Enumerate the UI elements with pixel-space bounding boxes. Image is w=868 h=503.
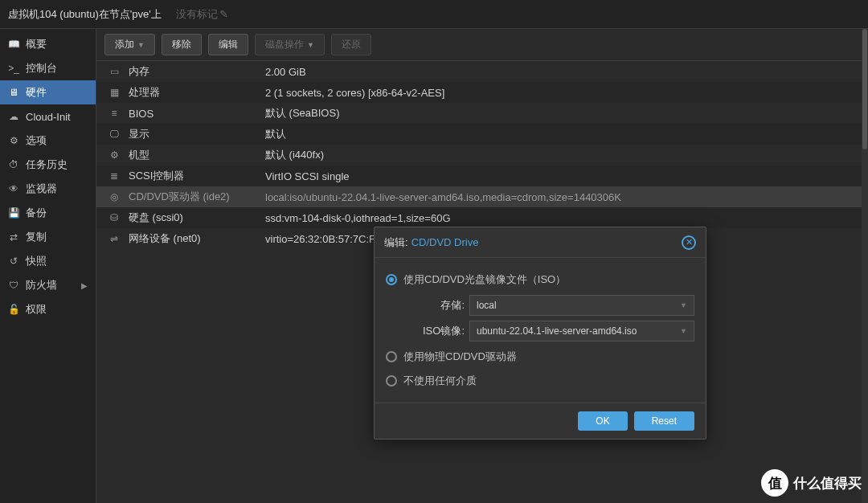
pencil-icon: ✎ [219, 8, 228, 20]
radio-use-physical[interactable]: 使用物理CD/DVD驱动器 [386, 345, 694, 369]
unlock-icon: 🔓 [8, 304, 19, 315]
cloud-icon: ☁ [8, 111, 19, 122]
hw-row-cpu[interactable]: ▦处理器2 (1 sockets, 2 cores) [x86-64-v2-AE… [96, 82, 868, 103]
shield-icon: 🛡 [8, 280, 19, 291]
sidebar-item-snapshot[interactable]: ↺快照 [0, 249, 96, 273]
sidebar-item-hardware[interactable]: 🖥硬件 [0, 80, 96, 104]
sidebar-item-summary[interactable]: 📖概要 [0, 32, 96, 56]
cog-icon: ⚙ [108, 149, 121, 161]
hdd-icon: ≣ [108, 170, 121, 182]
scrollbar[interactable] [862, 29, 868, 503]
radio-icon [386, 274, 397, 285]
radio-icon [386, 375, 397, 386]
hw-row-machine[interactable]: ⚙机型默认 (i440fx) [96, 145, 868, 166]
disk-icon: ⛁ [108, 212, 121, 223]
memory-icon: ▭ [108, 66, 121, 77]
modal-title: CD/DVD Drive [411, 236, 479, 248]
edit-cdrom-modal: 编辑: CD/DVD Drive ✕ 使用CD/DVD光盘镜像文件（ISO） 存… [374, 227, 706, 440]
sidebar-item-monitor[interactable]: 👁监视器 [0, 177, 96, 201]
toolbar: 添加▼ 移除 编辑 磁盘操作▼ 还原 [96, 29, 868, 61]
sidebar-item-backup[interactable]: 💾备份 [0, 201, 96, 225]
modal-title-prefix: 编辑: [384, 235, 408, 250]
hw-row-display[interactable]: 🖵显示默认 [96, 124, 868, 145]
scrollbar-thumb[interactable] [862, 29, 867, 149]
hw-row-cdrom[interactable]: ◎CD/DVD驱动器 (ide2)local:iso/ubuntu-22.04.… [96, 186, 868, 207]
iso-select[interactable]: ubuntu-22.04.1-live-server-amd64.iso ▼ [469, 321, 694, 341]
watermark-icon: 值 [761, 469, 788, 497]
chevron-down-icon: ▼ [680, 327, 687, 335]
add-button[interactable]: 添加▼ [104, 34, 155, 55]
save-icon: 💾 [8, 207, 19, 219]
display-icon: 🖵 [108, 129, 121, 140]
chevron-right-icon: ▶ [81, 281, 88, 290]
chevron-down-icon: ▼ [307, 41, 314, 49]
sidebar-item-firewall[interactable]: 🛡防火墙▶ [0, 273, 96, 297]
history-icon: ↺ [8, 256, 19, 267]
hw-row-disk[interactable]: ⛁硬盘 (scsi0)ssd:vm-104-disk-0,iothread=1,… [96, 207, 868, 228]
sidebar-item-options[interactable]: ⚙选项 [0, 129, 96, 153]
radio-use-none[interactable]: 不使用任何介质 [386, 369, 694, 393]
chevron-down-icon: ▼ [680, 301, 687, 309]
chevron-down-icon: ▼ [137, 41, 145, 49]
storage-select[interactable]: local ▼ [469, 295, 694, 316]
sidebar-item-console[interactable]: >_控制台 [0, 56, 96, 80]
monitor-icon: 🖥 [8, 87, 19, 98]
revert-button: 还原 [331, 34, 371, 55]
terminal-icon: >_ [8, 63, 19, 74]
list-icon: ⏱ [8, 159, 19, 170]
sidebar-item-replication[interactable]: ⇄复制 [0, 225, 96, 249]
ok-button[interactable]: OK [578, 411, 627, 431]
modal-header: 编辑: CD/DVD Drive ✕ [375, 227, 706, 258]
sidebar-item-permissions[interactable]: 🔓权限 [0, 297, 96, 321]
close-button[interactable]: ✕ [682, 235, 696, 250]
modal-footer: OK Reset [375, 403, 706, 439]
header: 虚拟机104 (ubuntu)在节点'pve'上 没有标记 ✎ [0, 0, 868, 29]
iso-label: ISO镜像: [386, 324, 469, 338]
no-tags-label[interactable]: 没有标记 ✎ [176, 7, 228, 22]
cpu-icon: ▦ [108, 87, 121, 98]
sidebar-item-taskhistory[interactable]: ⏱任务历史 [0, 153, 96, 177]
chip-icon: ≡ [108, 108, 121, 119]
network-icon: ⇌ [108, 233, 121, 244]
hardware-list: ▭内存2.00 GiB ▦处理器2 (1 sockets, 2 cores) [… [96, 61, 868, 249]
radio-icon [386, 351, 397, 362]
hw-row-memory[interactable]: ▭内存2.00 GiB [96, 61, 868, 82]
disk-action-button: 磁盘操作▼ [255, 34, 325, 55]
watermark: 值 什么值得买 [761, 469, 862, 497]
remove-button[interactable]: 移除 [162, 34, 202, 55]
disc-icon: ◎ [108, 191, 121, 202]
reset-button[interactable]: Reset [634, 411, 694, 431]
page-title: 虚拟机104 (ubuntu)在节点'pve'上 [8, 7, 162, 22]
gear-icon: ⚙ [8, 135, 19, 146]
sidebar: 📖概要 >_控制台 🖥硬件 ☁Cloud-Init ⚙选项 ⏱任务历史 👁监视器… [0, 29, 96, 503]
eye-icon: 👁 [8, 183, 19, 194]
radio-use-iso[interactable]: 使用CD/DVD光盘镜像文件（ISO） [386, 268, 694, 292]
sidebar-item-cloudinit[interactable]: ☁Cloud-Init [0, 104, 96, 129]
book-icon: 📖 [8, 39, 19, 50]
sync-icon: ⇄ [8, 231, 19, 243]
storage-label: 存储: [386, 298, 469, 313]
hw-row-scsi[interactable]: ≣SCSI控制器VirtIO SCSI single [96, 166, 868, 186]
edit-button[interactable]: 编辑 [208, 34, 248, 55]
hw-row-bios[interactable]: ≡BIOS默认 (SeaBIOS) [96, 103, 868, 124]
